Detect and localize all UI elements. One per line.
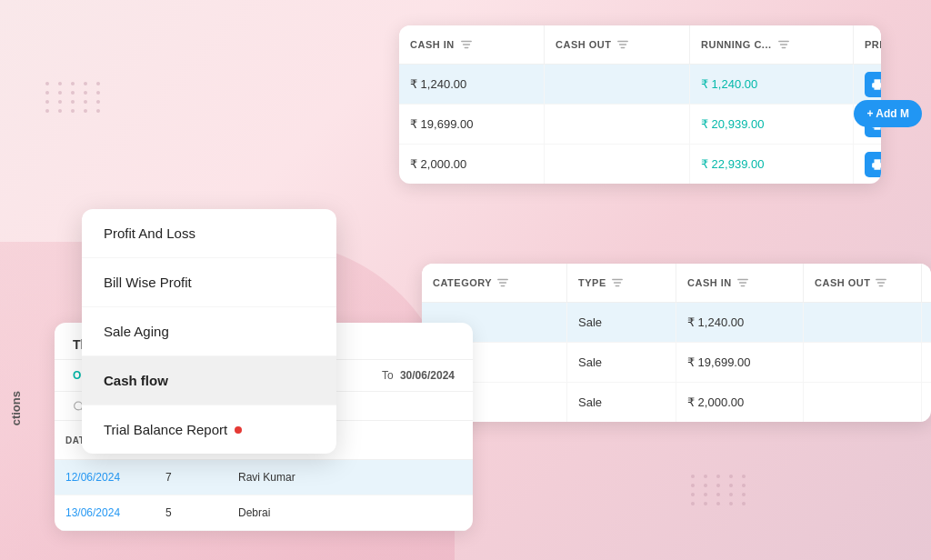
print-button-3[interactable] bbox=[865, 152, 881, 177]
tp-date-label: To 30/06/2024 bbox=[382, 369, 455, 382]
filter-icon[interactable] bbox=[616, 38, 629, 51]
cat2-type: Sale bbox=[567, 343, 676, 382]
cat-row-3: Sale ₹ 2,000.00 bbox=[422, 383, 931, 422]
cat1-cash-in: ₹ 1,240.00 bbox=[676, 303, 804, 342]
cat-col-extra bbox=[922, 264, 931, 302]
cat2-cash-out bbox=[804, 343, 922, 382]
cashflow-table: CASH IN CASH OUT RUNNING C... PRINT / SH… bbox=[399, 25, 881, 184]
col-running: RUNNING C... bbox=[690, 25, 854, 64]
cat-col-cash-out: CASH OUT bbox=[804, 264, 922, 302]
tp1-name: Ravi Kumar bbox=[227, 460, 345, 495]
row1-cash-in: ₹ 1,240.00 bbox=[399, 65, 545, 104]
menu-item-bill-wise[interactable]: Bill Wise Profit bbox=[82, 258, 336, 307]
row3-cash-in: ₹ 2,000.00 bbox=[399, 145, 545, 184]
cashflow-row-2: ₹ 19,699.00 ₹ 20,939.00 bbox=[399, 105, 881, 145]
dots-decoration-br bbox=[691, 475, 749, 505]
tp2-name: Debrai bbox=[227, 495, 345, 530]
col-cash-out: CASH OUT bbox=[545, 25, 690, 64]
cat2-cash-in: ₹ 19,699.00 bbox=[676, 343, 804, 382]
tp1-date: 12/06/2024 bbox=[55, 460, 155, 495]
print-button[interactable] bbox=[865, 72, 881, 97]
filter-icon[interactable] bbox=[496, 276, 509, 289]
cat-row-1: Sale ₹ 1,240.00 bbox=[422, 303, 931, 343]
tp2-date: 13/06/2024 bbox=[55, 495, 155, 530]
cat3-cash-in: ₹ 2,000.00 bbox=[676, 383, 804, 422]
row3-cash-out bbox=[545, 145, 690, 184]
filter-icon[interactable] bbox=[875, 276, 887, 289]
col-print: PRINT / SH... bbox=[854, 25, 881, 64]
cat3-extra bbox=[922, 383, 931, 422]
filter-icon[interactable] bbox=[736, 276, 749, 289]
tp1-ref: 7 bbox=[155, 460, 227, 495]
cat1-type: Sale bbox=[567, 303, 676, 342]
dots-decoration-tl bbox=[45, 82, 104, 113]
row2-running: ₹ 20,939.00 bbox=[690, 105, 854, 144]
col-cash-in: CASH IN bbox=[399, 25, 545, 64]
filter-icon[interactable] bbox=[611, 276, 624, 289]
cat1-extra bbox=[922, 303, 931, 342]
tp1-extra bbox=[345, 460, 464, 495]
notification-badge bbox=[235, 426, 242, 434]
filter-icon[interactable] bbox=[460, 38, 473, 51]
cat-col-cash-in: CASH IN bbox=[676, 264, 804, 302]
tp2-extra bbox=[345, 495, 464, 530]
cat3-cash-out bbox=[804, 383, 922, 422]
row3-running: ₹ 22,939.00 bbox=[690, 145, 854, 184]
cashflow-row-1: ₹ 1,240.00 ₹ 1,240.00 bbox=[399, 65, 881, 105]
cat-col-type: TYPE bbox=[567, 264, 676, 302]
cat-col-category: CATEGORY bbox=[422, 264, 567, 302]
menu-item-sale-aging[interactable]: Sale Aging bbox=[82, 307, 336, 356]
row1-cash-out bbox=[545, 65, 690, 104]
cat3-type: Sale bbox=[567, 383, 676, 422]
row1-running: ₹ 1,240.00 bbox=[690, 65, 854, 104]
tp-row-1: 12/06/2024 7 Ravi Kumar bbox=[55, 460, 473, 495]
tp2-ref: 5 bbox=[155, 495, 227, 530]
cashflow-row-3: ₹ 2,000.00 ₹ 22,939.00 bbox=[399, 145, 881, 184]
cashflow-table-header: CASH IN CASH OUT RUNNING C... PRINT / SH… bbox=[399, 25, 881, 65]
ctns-label: ctions bbox=[9, 391, 23, 425]
menu-item-profit-loss[interactable]: Profit And Loss bbox=[82, 209, 336, 258]
row1-actions bbox=[854, 65, 881, 104]
tp-row-2: 13/06/2024 5 Debrai bbox=[55, 495, 473, 531]
menu-item-cash-flow[interactable]: Cash flow bbox=[82, 356, 336, 405]
col-extra bbox=[345, 421, 464, 459]
add-m-button[interactable]: + Add M bbox=[854, 100, 922, 127]
filter-icon[interactable] bbox=[777, 38, 790, 51]
category-table: CATEGORY TYPE CASH IN CASH OUT bbox=[422, 264, 931, 422]
row2-cash-out bbox=[545, 105, 690, 144]
cat-row-2: Sale ₹ 19,699.00 bbox=[422, 343, 931, 383]
cat2-extra bbox=[922, 343, 931, 382]
row2-cash-in: ₹ 19,699.00 bbox=[399, 105, 545, 144]
menu-item-trial-balance[interactable]: Trial Balance Report bbox=[82, 405, 336, 454]
report-dropdown-menu: Profit And Loss Bill Wise Profit Sale Ag… bbox=[82, 209, 336, 454]
cat1-cash-out bbox=[804, 303, 922, 342]
category-table-header: CATEGORY TYPE CASH IN CASH OUT bbox=[422, 264, 931, 303]
row3-actions bbox=[854, 145, 881, 184]
